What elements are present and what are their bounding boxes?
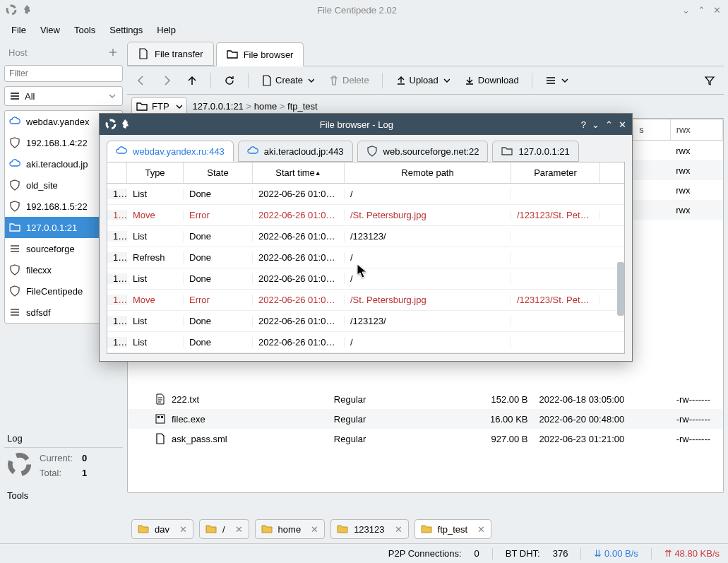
shield-icon (9, 285, 20, 297)
file-row[interactable]: filec.exe Regular 16.00 KB 2022-06-20 00… (128, 409, 723, 429)
tab-file-transfer[interactable]: File transfer (127, 42, 214, 66)
log-row[interactable]: 13 List Done 2022-06-26 01:05:30 /123123… (107, 311, 624, 332)
file-perm: rwx (670, 146, 723, 156)
filter-button[interactable] (700, 72, 720, 89)
nav-forward-button[interactable] (157, 72, 177, 89)
close-icon[interactable]: ✕ (477, 524, 485, 535)
dialog-col[interactable]: State (184, 162, 253, 183)
log-idx: 13 (107, 316, 127, 326)
tab-file-browser[interactable]: File browser (216, 42, 304, 66)
tools-section-header[interactable]: Tools (4, 487, 123, 504)
all-selector[interactable]: All (4, 86, 123, 106)
log-section-header[interactable]: Log (4, 429, 123, 448)
bottom-tab[interactable]: ftp_test✕ (414, 519, 492, 539)
log-param: /123123/St. Peters… (511, 210, 600, 220)
pin-icon[interactable] (23, 4, 34, 16)
dialog-col[interactable]: Parameter (511, 162, 600, 183)
create-label: Create (275, 75, 303, 85)
dialog-minimize[interactable]: ⌄ (592, 119, 599, 130)
exe-icon (155, 413, 166, 425)
download-button[interactable]: Download (460, 72, 523, 89)
close-icon[interactable]: ✕ (179, 524, 187, 535)
bottom-tab[interactable]: 123123✕ (330, 519, 408, 539)
close-icon[interactable]: ✕ (311, 524, 318, 535)
window-maximize[interactable]: ⌃ (696, 5, 707, 16)
dialog-maximize[interactable]: ⌃ (605, 119, 613, 130)
log-row[interactable]: 15 List Done 2022-06-26 01:05:35 / (107, 268, 624, 290)
refresh-button[interactable] (220, 72, 239, 89)
file-row[interactable]: 222.txt Regular 152.00 B 2022-06-18 03:0… (128, 389, 723, 409)
dialog-col[interactable]: Remote path (345, 162, 511, 183)
dialog-col[interactable] (107, 162, 127, 183)
nav-back-button[interactable] (131, 72, 151, 89)
log-state: Error (184, 295, 253, 305)
dialog-tab[interactable]: 127.0.0.1:21 (492, 141, 578, 162)
bottom-tab[interactable]: home✕ (255, 519, 326, 539)
upload-button[interactable]: Upload (391, 72, 454, 89)
bottom-tabs: dav✕/✕home✕123123✕ftp_test✕ (127, 516, 724, 542)
bottom-tab[interactable]: dav✕ (131, 519, 193, 539)
window-minimize[interactable]: ⌄ (680, 5, 691, 16)
nav-up-button[interactable] (182, 72, 202, 89)
log-row[interactable]: 18 Move Error 2022-06-26 01:05:41 /St. P… (107, 205, 624, 226)
breadcrumb-part[interactable]: 127.0.0.1:21 (193, 101, 244, 112)
file-row[interactable]: ask_pass.sml Regular 927.00 B 2022-06-23… (128, 429, 723, 449)
log-row[interactable]: 12 List Done 2022-06-26 01:05:24 / (107, 332, 624, 353)
pin-icon[interactable] (121, 119, 132, 130)
menu-help[interactable]: Help (151, 23, 181, 37)
menu-view[interactable]: View (35, 23, 66, 37)
cloud-icon (247, 146, 258, 157)
create-button[interactable]: Create (257, 72, 318, 89)
dialog-help[interactable]: ? (581, 119, 586, 130)
host-label: 192.168.1.5:22 (26, 201, 88, 212)
dialog-col[interactable]: Type (127, 162, 184, 183)
file-perm: -rw------- (671, 434, 723, 444)
host-label: Host (8, 47, 107, 58)
log-row[interactable]: 16 Refresh Done 2022-06-26 01:05:35 / (107, 247, 624, 268)
delete-button[interactable]: Delete (324, 72, 374, 89)
file-perm: rwx (670, 185, 723, 196)
window-close[interactable]: ✕ (711, 5, 722, 16)
log-row[interactable]: 17 List Done 2022-06-26 01:05:40 /123123… (107, 226, 624, 247)
menubar: FileViewToolsSettingsHelp (0, 20, 728, 40)
menu-settings[interactable]: Settings (104, 23, 148, 37)
menu-file[interactable]: File (6, 23, 32, 37)
folder-icon (261, 523, 273, 535)
add-host-icon[interactable] (107, 47, 119, 58)
dialog-col[interactable]: Start time ▲ (253, 162, 345, 183)
log-type: Move (127, 295, 184, 305)
log-time: 2022-06-26 01:05:31 (253, 295, 345, 305)
dialog-tab-label: webdav.yandex.ru:443 (133, 146, 225, 157)
close-icon[interactable]: ✕ (235, 524, 243, 535)
log-dialog: File browser - Log ? ⌄ ⌃ ✕ webdav.yandex… (99, 113, 633, 362)
upload-speed: ⇈ 48.80 KB/s (664, 548, 720, 559)
log-idx: 14 (107, 295, 127, 305)
dialog-tab[interactable]: aki.teracloud.jp:443 (238, 141, 353, 162)
window-title: File Centipede 2.02 (34, 5, 680, 16)
current-value: 0 (82, 453, 87, 463)
log-row[interactable]: 19 List Done 2022-06-26 01:05:50 / (107, 184, 624, 205)
close-icon[interactable]: ✕ (395, 524, 402, 535)
view-menu-button[interactable] (541, 72, 572, 89)
menu-tools[interactable]: Tools (68, 23, 101, 37)
dialog-tab[interactable]: web.sourceforge.net:22 (357, 141, 489, 162)
filter-input[interactable] (4, 65, 123, 82)
log-type: List (127, 231, 184, 242)
log-idx: 18 (107, 210, 127, 220)
dialog-tab-label: web.sourceforge.net:22 (383, 146, 479, 157)
scrollbar-thumb[interactable] (617, 262, 624, 316)
log-time: 2022-06-26 01:05:24 (253, 337, 345, 348)
log-idx: 15 (107, 273, 127, 284)
breadcrumb-part[interactable]: home (254, 101, 278, 112)
breadcrumb-part[interactable]: ftp_test (287, 101, 318, 112)
dialog-tab[interactable]: webdav.yandex.ru:443 (107, 141, 234, 162)
file-col[interactable]: rwx (671, 119, 723, 140)
bottom-tab[interactable]: /✕ (199, 519, 249, 539)
dialog-close[interactable]: ✕ (619, 119, 626, 130)
log-path: /St. Petersburg.jpg (345, 210, 511, 220)
total-value: 1 (82, 468, 87, 478)
file-col[interactable]: s (633, 119, 671, 140)
dialog-titlebar[interactable]: File browser - Log ? ⌄ ⌃ ✕ (100, 114, 632, 135)
tab-label: File browser (244, 49, 294, 60)
log-row[interactable]: 14 Move Error 2022-06-26 01:05:31 /St. P… (107, 290, 624, 311)
